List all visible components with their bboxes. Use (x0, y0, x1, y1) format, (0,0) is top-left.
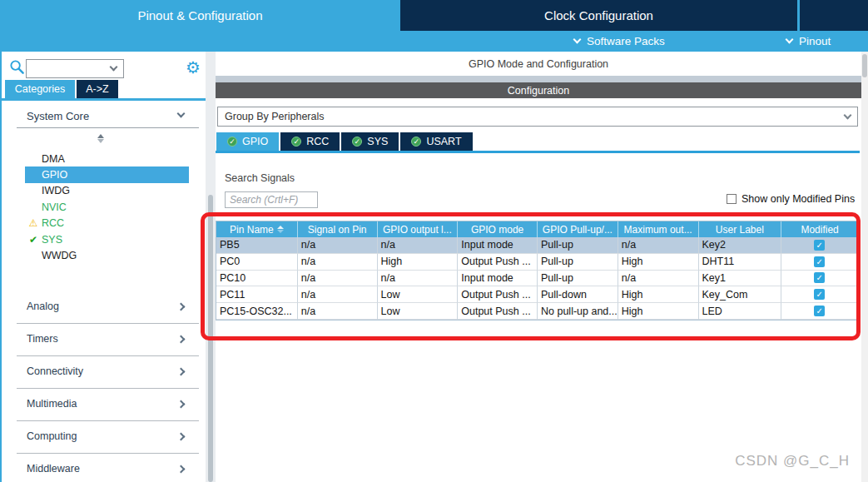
cell: n/a (298, 303, 378, 320)
table-row-pc0[interactable]: PC0n/aHighOutput Push ...Pull-upHighDHT1… (216, 254, 858, 271)
software-packs-menu[interactable]: Software Packs (574, 31, 665, 52)
tab-categories[interactable]: Categories (5, 80, 75, 98)
cell: High (618, 303, 699, 320)
sidebar-item-gpio[interactable]: GPIO (2, 166, 207, 182)
cell: n/a (378, 271, 459, 287)
column-header-maximum-out-[interactable]: Maximum out... (618, 221, 699, 237)
chevron-down-icon (177, 110, 186, 118)
sidebar-item-iwdg[interactable]: IWDG (2, 183, 207, 199)
cell: LED (699, 303, 782, 320)
sidebar-item-wwdg[interactable]: WWDG (2, 247, 207, 263)
table-row-pc11[interactable]: PC11n/aLowOutput Push ...Pull-downHighKe… (216, 286, 858, 303)
category-label: Analog (27, 301, 59, 312)
sidebar-item-label: SYS (42, 234, 62, 246)
system-core-list: DMAGPIOIWDGNVIC⚠RCC✔SYSWWDG (2, 151, 207, 264)
peripheral-tabs: ✓GPIO✓RCC✓SYS✓USART (216, 132, 473, 151)
category-label: Middleware (27, 463, 80, 475)
cell: Key_Com (699, 286, 782, 303)
column-header-gpio-pull-up-[interactable]: GPIO Pull-up/... (538, 221, 618, 237)
tab-label: A->Z (86, 83, 108, 95)
pinout-menu[interactable]: Pinout (786, 31, 831, 52)
tab-pinout-configuration[interactable]: Pinout & Configuration (0, 0, 400, 31)
check-circle-icon: ✓ (227, 137, 237, 147)
category-list: AnalogTimersConnectivityMultimediaComput… (2, 291, 207, 482)
system-core-header[interactable]: System Core (2, 108, 207, 127)
sidebar-tabs: Categories A->Z (2, 80, 207, 98)
cell: Key1 (699, 271, 782, 287)
configuration-label: Configuration (508, 85, 569, 97)
sort-icon[interactable] (277, 226, 284, 233)
peripheral-tab-usart[interactable]: ✓USART (400, 132, 472, 151)
column-header-gpio-output-l-[interactable]: GPIO output l... (378, 221, 459, 237)
sidebar-filter-combobox[interactable] (26, 59, 124, 78)
triangle-up (277, 226, 284, 229)
search-signals-input[interactable] (225, 191, 318, 208)
scrollbar-thumb[interactable] (862, 54, 867, 77)
modified-checkbox[interactable]: ✓ (814, 289, 825, 300)
tab-clock-configuration[interactable]: Clock Configuration (400, 0, 797, 31)
peripheral-tab-label: USART (426, 136, 461, 147)
panel-title: GPIO Mode and Configuration (216, 52, 861, 76)
category-middleware[interactable]: Middleware (2, 454, 207, 482)
category-multimedia[interactable]: Multimedia (2, 389, 207, 421)
peripheral-tab-rcc[interactable]: ✓RCC (280, 132, 340, 151)
cell: PC0 (216, 254, 298, 271)
show-only-modified-label: Show only Modified Pins (742, 193, 855, 205)
column-header-user-label[interactable]: User Label (699, 221, 782, 237)
sidebar-item-dma[interactable]: DMA (2, 151, 207, 166)
sidebar-item-sys[interactable]: ✔SYS (2, 231, 207, 247)
column-header-gpio-mode[interactable]: GPIO mode (458, 221, 538, 237)
show-only-modified-checkbox[interactable] (727, 194, 737, 204)
table-row-pb5[interactable]: PB5n/an/aInput modePull-upn/aKey2✓ (216, 237, 858, 254)
column-header-pin-name[interactable]: Pin Name (216, 221, 298, 237)
group-by-value: Group By Peripherals (225, 111, 325, 122)
check-circle-icon: ✓ (411, 137, 421, 147)
peripheral-tab-sys[interactable]: ✓SYS (341, 132, 399, 151)
search-icon (9, 59, 25, 78)
category-timers[interactable]: Timers (2, 324, 207, 356)
check-icon: ✔ (25, 234, 42, 246)
column-header-modified[interactable]: Modified (781, 221, 858, 237)
tab-label: Categories (15, 83, 65, 95)
show-only-modified-row: Show only Modified Pins (727, 193, 855, 205)
sidebar-item-rcc[interactable]: ⚠RCC (2, 216, 207, 231)
sidebar-tab-underline (2, 98, 207, 101)
stm32cubemx-window: Pinout & Configuration Clock Configurati… (0, 0, 868, 482)
tab-a-to-z[interactable]: A->Z (77, 80, 118, 98)
cell-modified: ✓ (781, 237, 858, 254)
scrollbar-thumb[interactable] (208, 195, 213, 482)
cell: PC15-OSC32... (216, 303, 298, 320)
peripheral-tab-gpio[interactable]: ✓GPIO (216, 132, 279, 151)
sidebar-scrollbar[interactable] (206, 52, 216, 482)
category-label: Computing (27, 430, 77, 442)
sidebar-item-label: GPIO (42, 169, 67, 181)
gear-icon[interactable]: ⚙ (186, 57, 201, 78)
chevron-right-icon (177, 400, 186, 409)
cell: PB5 (216, 237, 298, 254)
modified-checkbox[interactable]: ✓ (814, 240, 825, 251)
chevron-right-icon (177, 465, 186, 474)
tab-partial-right[interactable] (800, 0, 868, 31)
modified-checkbox[interactable]: ✓ (814, 306, 825, 316)
sidebar-item-label: RCC (42, 217, 64, 229)
column-header-signal-on-pin[interactable]: Signal on Pin (298, 221, 378, 237)
chevron-down-icon (573, 36, 582, 44)
cell-modified: ✓ (781, 271, 858, 287)
group-by-select[interactable]: Group By Peripherals (217, 107, 858, 127)
tab-label: Clock Configuration (544, 8, 653, 22)
category-computing[interactable]: Computing (2, 421, 207, 454)
list-scroll-up-icon[interactable] (97, 134, 104, 143)
cell: Pull-up (538, 254, 618, 271)
modified-checkbox[interactable]: ✓ (814, 272, 825, 283)
category-analog[interactable]: Analog (2, 291, 207, 324)
sidebar-item-nvic[interactable]: NVIC (2, 199, 207, 215)
modified-checkbox[interactable]: ✓ (814, 256, 825, 267)
category-label: Timers (27, 333, 58, 345)
table-row-pc15-osc32-[interactable]: PC15-OSC32...n/aLowOutput Push ...No pul… (216, 303, 858, 320)
watermark: CSDN @G_C_H (735, 453, 850, 470)
sidebar-search-row: ⚙ (2, 56, 207, 79)
category-connectivity[interactable]: Connectivity (2, 356, 207, 389)
table-row-pc10[interactable]: PC10n/an/aInput modePull-upn/aKey1✓ (216, 271, 858, 287)
cell: n/a (298, 254, 378, 271)
main-scrollbar[interactable] (861, 52, 868, 482)
